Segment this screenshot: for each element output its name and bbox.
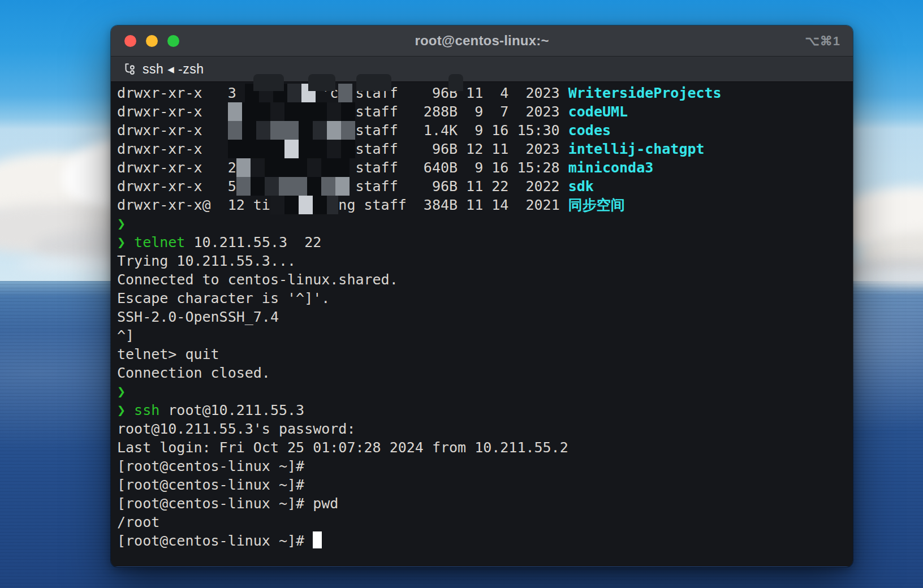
- terminal-line: [root@centos-linux ~]#: [117, 475, 853, 494]
- mosaic-block: [279, 158, 293, 177]
- terminal-line: ❯: [117, 214, 853, 233]
- terminal-line: ❯: [117, 382, 853, 401]
- terminal-text: sdk: [568, 178, 594, 194]
- terminal-text: ❯: [117, 383, 126, 400]
- terminal-line: drwxr-xr-x 2staff 640B 9 16 15:28 minico…: [117, 158, 853, 177]
- mosaic-block: [327, 102, 341, 121]
- mosaic-block: [236, 158, 251, 177]
- terminal-text: telnet> quit: [117, 346, 219, 362]
- mosaic-block: [284, 196, 299, 214]
- terminal-line: drwxr-xr-x@ 12 ting staff 384B 11 14 202…: [117, 196, 853, 214]
- mosaic-block: [270, 140, 284, 158]
- redacted-username-mosaic: [236, 177, 356, 196]
- terminal-text: staff 96B 12 11 2023: [355, 141, 568, 157]
- mosaic-block: [313, 102, 327, 121]
- terminal-line: drwxr-xr-x 5staff 96B 11 22 2022 sdk: [117, 177, 853, 196]
- mosaic-block: [242, 140, 256, 158]
- terminal-line: drwxr-xr-x staff 288B 9 7 2023 codeUML: [117, 102, 853, 121]
- terminal-text: root@10.211.55.3: [159, 402, 304, 418]
- terminal-text: ❯ ssh: [117, 402, 159, 418]
- redacted-username-mosaic: [236, 158, 356, 177]
- terminal-text: [root@centos-linux ~]#: [117, 477, 304, 493]
- window-shortcut-hint: ⌥⌘1: [805, 25, 840, 57]
- terminal-text: miniconda3: [568, 159, 654, 176]
- mosaic-block: [228, 102, 242, 121]
- terminal-text: SSH-2.0-OpenSSH_7.4: [117, 309, 279, 325]
- terminal-cursor: [313, 531, 322, 548]
- close-button[interactable]: [124, 35, 136, 47]
- redaction-block: [356, 74, 391, 91]
- mosaic-block: [287, 84, 301, 102]
- terminal-line: drwxr-xr-x 3 'cstaff 96B 11 4 2023 Write…: [117, 84, 853, 102]
- tab-label: ssh ◂ -zsh: [143, 62, 204, 77]
- terminal-text: 10.211.55.3 22: [185, 234, 321, 250]
- mosaic-block: [270, 196, 284, 214]
- mosaic-block: [270, 121, 284, 140]
- terminal-text: root@10.211.55.3's password:: [117, 421, 355, 437]
- window-titlebar[interactable]: root@centos-linux:~ ⌥⌘1: [111, 25, 853, 57]
- terminal-line: Connection closed.: [117, 364, 853, 382]
- terminal-text: ❯: [117, 215, 126, 232]
- terminal-lines: drwxr-xr-x 3 'cstaff 96B 11 4 2023 Write…: [117, 84, 853, 550]
- mosaic-block: [313, 196, 327, 214]
- terminal-text: /root: [117, 514, 159, 530]
- mosaic-block: [341, 102, 355, 121]
- terminal-line: Connected to centos-linux.shared.: [117, 270, 853, 289]
- terminal-line: root@10.211.55.3's password:: [117, 420, 853, 438]
- mosaic-block: [251, 177, 265, 196]
- terminal-text: [root@centos-linux ~]#: [117, 533, 313, 549]
- mosaic-block: [327, 121, 341, 140]
- redacted-username-mosaic: [270, 196, 338, 214]
- zoom-button[interactable]: [167, 35, 179, 47]
- terminal-text: codeUML: [568, 103, 628, 120]
- mosaic-block: [265, 158, 279, 177]
- mosaic-block: [293, 158, 307, 177]
- window-title: root@centos-linux:~: [111, 33, 853, 49]
- mosaic-block: [335, 177, 350, 196]
- minimize-button[interactable]: [146, 35, 158, 47]
- terminal-text: drwxr-xr-x: [117, 103, 228, 120]
- traffic-lights: [124, 25, 179, 57]
- mosaic-block: [270, 102, 284, 121]
- terminal-text: staff 640B 9 16 15:28: [355, 159, 568, 176]
- terminal-text: Last login: Fri Oct 25 01:07:28 2024 fro…: [117, 439, 568, 456]
- mosaic-block: [327, 196, 338, 214]
- tab-bar[interactable]: ssh ◂ -zsh: [111, 57, 853, 82]
- terminal-line: telnet> quit: [117, 345, 853, 364]
- terminal-text: staff 96B 11 22 2022: [355, 178, 568, 194]
- mosaic-block: [338, 84, 352, 102]
- mosaic-block: [279, 177, 293, 196]
- terminal-text: Trying 10.211.55.3...: [117, 253, 296, 269]
- mosaic-block: [307, 158, 321, 177]
- mosaic-block: [284, 140, 299, 158]
- terminal-text: [root@centos-linux ~]# pwd: [117, 495, 338, 512]
- terminal-text: 同步空间: [568, 197, 625, 213]
- mosaic-block: [313, 140, 327, 158]
- process-tree-icon: [122, 62, 137, 76]
- mosaic-block: [228, 140, 242, 158]
- mosaic-block: [293, 177, 307, 196]
- mosaic-block: [299, 140, 313, 158]
- terminal-line: SSH-2.0-OpenSSH_7.4: [117, 308, 853, 326]
- mosaic-block: [307, 177, 321, 196]
- mosaic-block: [256, 121, 270, 140]
- terminal-line: [root@centos-linux ~]#: [117, 457, 853, 475]
- terminal-text: ^]: [117, 327, 134, 344]
- mosaic-block: [236, 177, 251, 196]
- terminal-text: ❯ telnet: [117, 234, 185, 250]
- mosaic-block: [299, 102, 313, 121]
- terminal-output[interactable]: drwxr-xr-x 3 'cstaff 96B 11 4 2023 Write…: [111, 82, 853, 567]
- terminal-line: ^]: [117, 326, 853, 345]
- mosaic-block: [242, 102, 256, 121]
- mosaic-block: [321, 158, 335, 177]
- terminal-line: Last login: Fri Oct 25 01:07:28 2024 fro…: [117, 438, 853, 457]
- mosaic-block: [242, 121, 256, 140]
- redacted-username-mosaic: [228, 102, 356, 121]
- mosaic-block: [313, 121, 327, 140]
- terminal-text: [root@centos-linux ~]#: [117, 458, 304, 474]
- terminal-text: drwxr-xr-x 2: [117, 159, 236, 176]
- redaction-block: [308, 74, 335, 91]
- terminal-line: [root@centos-linux ~]# pwd: [117, 494, 853, 513]
- terminal-text: drwxr-xr-x@ 12 ti: [117, 197, 270, 213]
- terminal-text: Escape character is '^]'.: [117, 290, 330, 306]
